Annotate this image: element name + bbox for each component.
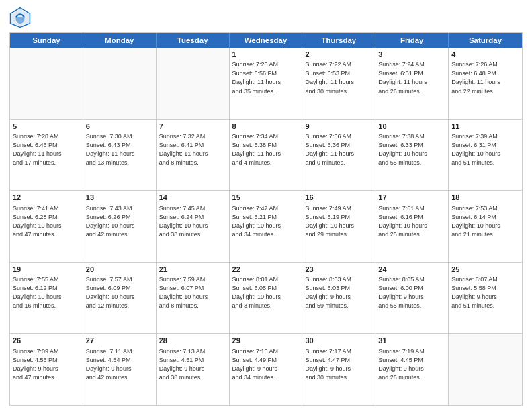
day-number: 13	[86, 193, 153, 203]
calendar-cell: 25Sunrise: 8:07 AM Sunset: 5:58 PM Dayli…	[449, 263, 522, 334]
day-info: Sunrise: 7:32 AM Sunset: 6:41 PM Dayligh…	[159, 132, 226, 167]
calendar-week-row: 1Sunrise: 7:20 AM Sunset: 6:56 PM Daylig…	[10, 48, 522, 120]
day-info: Sunrise: 7:49 AM Sunset: 6:19 PM Dayligh…	[305, 204, 372, 239]
day-number: 29	[232, 336, 300, 346]
day-number: 22	[232, 265, 300, 275]
day-info: Sunrise: 7:45 AM Sunset: 6:24 PM Dayligh…	[159, 204, 226, 239]
day-info: Sunrise: 7:11 AM Sunset: 4:54 PM Dayligh…	[86, 347, 153, 382]
day-info: Sunrise: 7:38 AM Sunset: 6:33 PM Dayligh…	[378, 132, 445, 167]
day-number: 4	[451, 50, 519, 60]
day-info: Sunrise: 7:22 AM Sunset: 6:53 PM Dayligh…	[305, 60, 372, 95]
calendar-cell: 11Sunrise: 7:39 AM Sunset: 6:31 PM Dayli…	[449, 120, 522, 191]
day-of-week-header: Saturday	[449, 33, 522, 48]
day-number: 20	[86, 265, 153, 275]
day-info: Sunrise: 8:05 AM Sunset: 6:00 PM Dayligh…	[378, 275, 445, 310]
day-number: 21	[159, 265, 226, 275]
day-info: Sunrise: 7:43 AM Sunset: 6:26 PM Dayligh…	[86, 204, 153, 239]
day-number: 28	[159, 336, 226, 346]
day-of-week-header: Thursday	[302, 33, 375, 48]
day-number: 7	[159, 122, 226, 132]
day-info: Sunrise: 8:03 AM Sunset: 6:03 PM Dayligh…	[305, 275, 372, 310]
calendar-cell: 1Sunrise: 7:20 AM Sunset: 6:56 PM Daylig…	[230, 48, 303, 119]
day-of-week-header: Sunday	[10, 33, 83, 48]
day-info: Sunrise: 7:39 AM Sunset: 6:31 PM Dayligh…	[451, 132, 519, 167]
day-number: 11	[451, 122, 519, 132]
day-info: Sunrise: 8:01 AM Sunset: 6:05 PM Dayligh…	[232, 275, 300, 310]
calendar-cell: 30Sunrise: 7:17 AM Sunset: 4:47 PM Dayli…	[302, 334, 375, 405]
day-info: Sunrise: 7:47 AM Sunset: 6:21 PM Dayligh…	[232, 204, 300, 239]
calendar-cell: 8Sunrise: 7:34 AM Sunset: 6:38 PM Daylig…	[230, 120, 303, 191]
calendar-cell: 16Sunrise: 7:49 AM Sunset: 6:19 PM Dayli…	[302, 191, 375, 262]
day-number: 15	[232, 193, 300, 203]
day-info: Sunrise: 7:15 AM Sunset: 4:49 PM Dayligh…	[232, 347, 300, 382]
calendar-cell: 6Sunrise: 7:30 AM Sunset: 6:43 PM Daylig…	[83, 120, 157, 191]
calendar-cell: 19Sunrise: 7:55 AM Sunset: 6:12 PM Dayli…	[10, 263, 83, 334]
day-number: 30	[305, 336, 372, 346]
calendar-cell: 5Sunrise: 7:28 AM Sunset: 6:46 PM Daylig…	[10, 120, 83, 191]
day-number: 9	[305, 122, 372, 132]
day-info: Sunrise: 8:07 AM Sunset: 5:58 PM Dayligh…	[451, 275, 519, 310]
day-number: 3	[378, 50, 445, 60]
logo-icon	[9, 7, 31, 28]
day-of-week-header: Tuesday	[157, 33, 230, 48]
day-number: 10	[378, 122, 445, 132]
calendar-cell	[449, 334, 522, 405]
day-info: Sunrise: 7:53 AM Sunset: 6:14 PM Dayligh…	[451, 204, 519, 239]
day-number: 8	[232, 122, 300, 132]
calendar-header: SundayMondayTuesdayWednesdayThursdayFrid…	[10, 33, 522, 48]
day-info: Sunrise: 7:28 AM Sunset: 6:46 PM Dayligh…	[13, 132, 80, 167]
day-number: 17	[378, 193, 445, 203]
calendar-cell: 4Sunrise: 7:26 AM Sunset: 6:48 PM Daylig…	[449, 48, 522, 119]
calendar-body: 1Sunrise: 7:20 AM Sunset: 6:56 PM Daylig…	[10, 48, 522, 405]
day-number: 14	[159, 193, 226, 203]
page-header	[9, 7, 523, 28]
day-info: Sunrise: 7:13 AM Sunset: 4:51 PM Dayligh…	[159, 347, 226, 382]
calendar-cell: 24Sunrise: 8:05 AM Sunset: 6:00 PM Dayli…	[375, 263, 449, 334]
day-of-week-header: Wednesday	[230, 33, 303, 48]
calendar-cell: 2Sunrise: 7:22 AM Sunset: 6:53 PM Daylig…	[302, 48, 375, 119]
day-number: 25	[451, 265, 519, 275]
day-info: Sunrise: 7:36 AM Sunset: 6:36 PM Dayligh…	[305, 132, 372, 167]
calendar-week-row: 26Sunrise: 7:09 AM Sunset: 4:56 PM Dayli…	[10, 334, 522, 405]
logo	[9, 7, 34, 28]
day-number: 1	[232, 50, 300, 60]
day-number: 18	[451, 193, 519, 203]
calendar-cell: 18Sunrise: 7:53 AM Sunset: 6:14 PM Dayli…	[449, 191, 522, 262]
day-number: 2	[305, 50, 372, 60]
day-info: Sunrise: 7:41 AM Sunset: 6:28 PM Dayligh…	[13, 204, 80, 239]
day-info: Sunrise: 7:20 AM Sunset: 6:56 PM Dayligh…	[232, 60, 300, 95]
day-info: Sunrise: 7:09 AM Sunset: 4:56 PM Dayligh…	[13, 347, 80, 382]
day-number: 19	[13, 265, 80, 275]
calendar-cell	[157, 48, 230, 119]
calendar-cell: 20Sunrise: 7:57 AM Sunset: 6:09 PM Dayli…	[83, 263, 157, 334]
day-number: 26	[13, 336, 80, 346]
calendar-cell: 9Sunrise: 7:36 AM Sunset: 6:36 PM Daylig…	[302, 120, 375, 191]
calendar-cell: 28Sunrise: 7:13 AM Sunset: 4:51 PM Dayli…	[157, 334, 230, 405]
day-info: Sunrise: 7:19 AM Sunset: 4:45 PM Dayligh…	[378, 347, 445, 382]
day-info: Sunrise: 7:51 AM Sunset: 6:16 PM Dayligh…	[378, 204, 445, 239]
day-number: 5	[13, 122, 80, 132]
day-info: Sunrise: 7:55 AM Sunset: 6:12 PM Dayligh…	[13, 275, 80, 310]
day-number: 31	[378, 336, 445, 346]
calendar-week-row: 19Sunrise: 7:55 AM Sunset: 6:12 PM Dayli…	[10, 263, 522, 334]
calendar-cell	[10, 48, 83, 119]
day-number: 27	[86, 336, 153, 346]
day-number: 6	[86, 122, 153, 132]
calendar-cell	[83, 48, 157, 119]
calendar-cell: 26Sunrise: 7:09 AM Sunset: 4:56 PM Dayli…	[10, 334, 83, 405]
day-number: 12	[13, 193, 80, 203]
calendar-cell: 21Sunrise: 7:59 AM Sunset: 6:07 PM Dayli…	[157, 263, 230, 334]
day-info: Sunrise: 7:24 AM Sunset: 6:51 PM Dayligh…	[378, 60, 445, 95]
calendar-cell: 31Sunrise: 7:19 AM Sunset: 4:45 PM Dayli…	[375, 334, 449, 405]
calendar-cell: 23Sunrise: 8:03 AM Sunset: 6:03 PM Dayli…	[302, 263, 375, 334]
day-info: Sunrise: 7:59 AM Sunset: 6:07 PM Dayligh…	[159, 275, 226, 310]
day-info: Sunrise: 7:26 AM Sunset: 6:48 PM Dayligh…	[451, 60, 519, 95]
calendar-cell: 7Sunrise: 7:32 AM Sunset: 6:41 PM Daylig…	[157, 120, 230, 191]
calendar-cell: 10Sunrise: 7:38 AM Sunset: 6:33 PM Dayli…	[375, 120, 449, 191]
day-info: Sunrise: 7:34 AM Sunset: 6:38 PM Dayligh…	[232, 132, 300, 167]
calendar-cell: 3Sunrise: 7:24 AM Sunset: 6:51 PM Daylig…	[375, 48, 449, 119]
calendar-cell: 17Sunrise: 7:51 AM Sunset: 6:16 PM Dayli…	[375, 191, 449, 262]
calendar-cell: 15Sunrise: 7:47 AM Sunset: 6:21 PM Dayli…	[230, 191, 303, 262]
calendar-cell: 22Sunrise: 8:01 AM Sunset: 6:05 PM Dayli…	[230, 263, 303, 334]
calendar: SundayMondayTuesdayWednesdayThursdayFrid…	[9, 32, 523, 406]
